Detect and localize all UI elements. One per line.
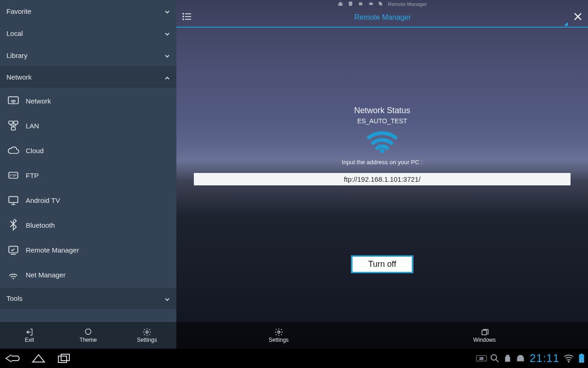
svg-rect-21 <box>58 356 67 362</box>
sidebar-item-label: Bluetooth <box>26 221 55 229</box>
sidebar: Favorite Local Library Network <box>0 0 176 349</box>
bluetooth-icon <box>7 219 19 231</box>
recent-apps-button[interactable] <box>51 349 77 368</box>
svg-text:FTP: FTP <box>10 173 17 178</box>
section-label: Tools <box>6 294 164 302</box>
sidebar-item-label: Net Manager <box>26 271 66 279</box>
svg-point-17 <box>183 19 184 20</box>
svg-text:25: 25 <box>479 356 483 361</box>
exit-button[interactable]: Exit <box>0 322 59 349</box>
sidebar-section-tools[interactable]: Tools <box>0 287 176 309</box>
svg-point-9 <box>13 278 14 279</box>
chevron-down-icon <box>164 296 170 301</box>
button-label: Exit <box>25 337 34 343</box>
sidebar-item-label: Android TV <box>26 196 60 204</box>
svg-point-28 <box>519 357 520 358</box>
battery-pct-icon: 25 <box>475 355 488 362</box>
clock[interactable]: 21:11 <box>530 352 560 365</box>
sidebar-item-label: Cloud <box>26 147 44 155</box>
turn-off-button[interactable]: Turn off <box>351 255 413 273</box>
button-label: Settings <box>269 337 288 343</box>
network-sublist: Network LAN Cloud FTP FTP <box>0 88 176 287</box>
instruction-text: Input the address on your PC : <box>342 159 423 166</box>
svg-rect-4 <box>11 127 16 130</box>
svg-rect-14 <box>379 3 382 5</box>
sidebar-section-library[interactable]: Library <box>0 44 176 66</box>
ftp-address[interactable]: ftp://192.168.1.101:3721/ <box>194 173 571 185</box>
svg-rect-27 <box>505 357 510 362</box>
network-status-title: Network Status <box>354 106 410 115</box>
svg-rect-7 <box>9 196 18 202</box>
sidebar-item-cloud[interactable]: Cloud <box>0 138 176 163</box>
svg-point-25 <box>491 355 497 360</box>
sidebar-item-remote-manager[interactable]: Remote Manager <box>0 237 176 262</box>
sidebar-item-label: Remote Manager <box>26 246 79 254</box>
lan-icon <box>7 120 19 132</box>
android-icon[interactable] <box>358 1 363 7</box>
home-icon[interactable] <box>338 1 343 7</box>
svg-rect-20 <box>482 330 486 335</box>
button-label: Theme <box>79 337 96 343</box>
main-footer: Settings Windows <box>176 322 588 349</box>
section-label: Network <box>6 73 164 81</box>
theme-button[interactable]: Theme <box>59 322 118 349</box>
sidebar-item-lan[interactable]: LAN <box>0 113 176 138</box>
svg-point-19 <box>277 331 280 334</box>
sidebar-item-bluetooth[interactable]: Bluetooth <box>0 213 176 237</box>
svg-point-10 <box>146 331 148 334</box>
button-label: Settings <box>137 337 157 343</box>
chevron-down-icon <box>164 52 170 58</box>
main-area: Remote Manager Remote Manager Network St… <box>176 0 588 349</box>
close-icon[interactable] <box>573 12 582 23</box>
main-windows-button[interactable]: Windows <box>473 328 496 343</box>
sidebar-item-androidtv[interactable]: Android TV <box>0 188 176 213</box>
page-title: Remote Manager <box>192 13 573 22</box>
breadcrumb[interactable]: Remote Manager <box>176 0 588 8</box>
ftp-icon: FTP <box>7 169 19 181</box>
settings-button[interactable]: Settings <box>118 322 176 349</box>
chevron-up-icon <box>164 75 170 80</box>
titlebar: Remote Manager <box>176 8 588 28</box>
sidebar-item-label: Network <box>26 97 51 105</box>
svg-rect-2 <box>9 121 13 124</box>
content-area: Network Status ES_AUTO_TEST Input the ad… <box>176 28 588 322</box>
cloud-small-icon[interactable] <box>368 1 373 7</box>
sidebar-item-ftp[interactable]: FTP FTP <box>0 163 176 188</box>
main-settings-button[interactable]: Settings <box>269 328 288 343</box>
section-label: Favorite <box>6 7 164 15</box>
breadcrumb-current: Remote Manager <box>388 1 427 7</box>
svg-point-30 <box>568 361 570 362</box>
wifi-status-icon <box>562 354 575 362</box>
svg-rect-12 <box>359 3 362 6</box>
sidebar-section-local[interactable]: Local <box>0 22 176 44</box>
dropdown-indicator-icon[interactable] <box>564 22 568 26</box>
section-label: Library <box>6 52 164 59</box>
sd-icon[interactable] <box>348 1 353 7</box>
windows-small-icon[interactable] <box>378 1 384 7</box>
sidebar-item-network[interactable]: Network <box>0 88 176 113</box>
svg-point-18 <box>380 149 384 153</box>
search-icon[interactable] <box>488 354 501 363</box>
cloud-icon <box>7 144 19 156</box>
sidebar-section-network[interactable]: Network <box>0 66 176 88</box>
android-status-icon <box>514 355 527 362</box>
chevron-down-icon <box>164 30 170 36</box>
tv-icon <box>7 194 19 206</box>
home-button[interactable] <box>26 349 51 368</box>
menu-icon[interactable] <box>182 12 192 23</box>
chevron-down-icon <box>164 8 170 14</box>
svg-point-15 <box>183 13 184 15</box>
sidebar-item-label: LAN <box>26 122 39 130</box>
svg-point-1 <box>13 103 14 104</box>
system-nav-bar: 25 21:11 <box>0 349 588 368</box>
button-label: Windows <box>473 337 496 343</box>
svg-rect-22 <box>61 354 69 361</box>
wifi-box-icon <box>7 95 19 107</box>
section-label: Local <box>6 29 164 37</box>
battery-icon <box>575 354 588 363</box>
sidebar-item-net-manager[interactable]: Net Manager <box>0 262 176 287</box>
svg-rect-33 <box>580 358 583 362</box>
back-button[interactable] <box>0 349 26 368</box>
network-ssid: ES_AUTO_TEST <box>357 117 407 125</box>
sidebar-section-favorite[interactable]: Favorite <box>0 0 176 22</box>
